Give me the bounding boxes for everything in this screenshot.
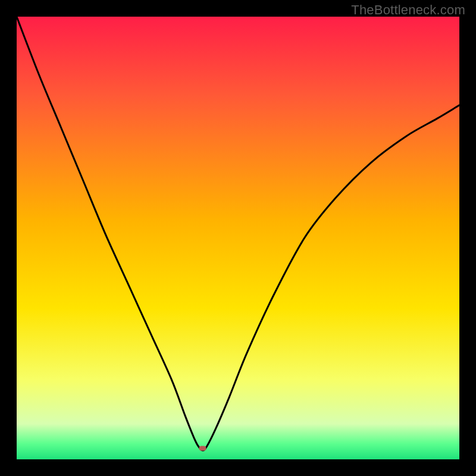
marker-group — [199, 446, 206, 450]
bottleneck-marker — [199, 446, 206, 450]
chart-svg — [17, 17, 459, 459]
watermark-text: TheBottleneck.com — [351, 2, 465, 18]
gradient-background — [17, 17, 459, 459]
chart-stage: TheBottleneck.com — [0, 0, 476, 476]
plot-area — [17, 17, 459, 459]
